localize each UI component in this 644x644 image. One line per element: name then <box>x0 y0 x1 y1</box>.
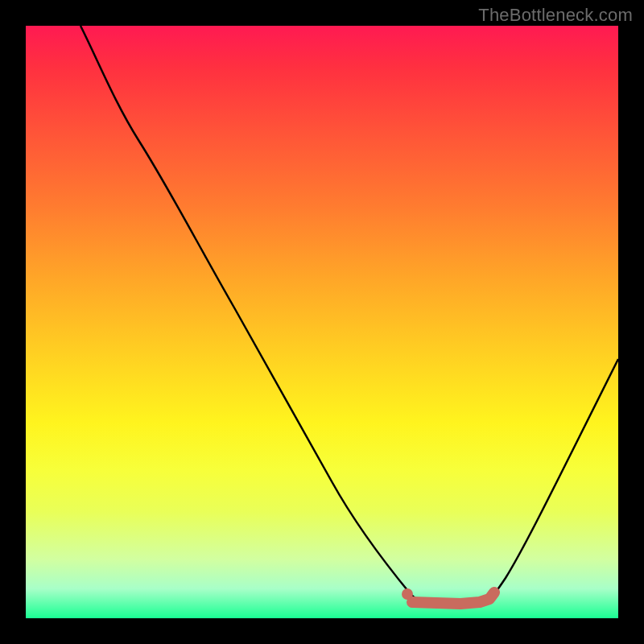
optimal-segment <box>412 592 494 604</box>
plot-area <box>26 26 618 618</box>
optimal-start-dot <box>402 588 413 600</box>
attribution-text: TheBottleneck.com <box>478 5 633 26</box>
chart-container: TheBottleneck.com <box>0 0 644 644</box>
bottleneck-curve <box>26 26 618 618</box>
curve-path <box>80 26 618 604</box>
